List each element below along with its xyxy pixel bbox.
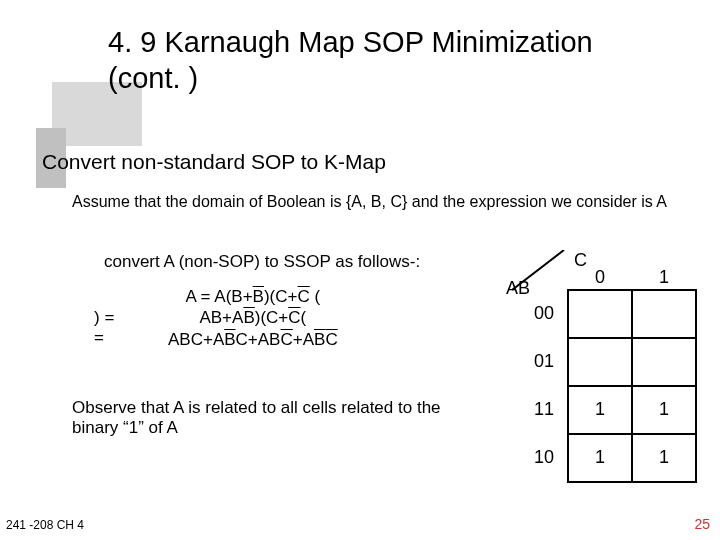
kmap-ab-label: AB	[506, 278, 530, 298]
kmap-cell-10-1: 1	[659, 447, 669, 467]
slide-title: 4. 9 Karnaugh Map SOP Minimization (cont…	[108, 24, 668, 97]
kmap-cell-11-0: 1	[595, 399, 605, 419]
kmap-row-01: 01	[534, 351, 554, 371]
kmap-col-1: 1	[659, 267, 669, 287]
slide-subtitle: Convert non-standard SOP to K-Map	[42, 150, 386, 174]
assume-text: Assume that the domain of Boolean is {A,…	[72, 192, 672, 211]
kmap-diagram: C AB 0 1 00 01 11 10 1 1 1 1	[484, 250, 702, 488]
kmap-row-10: 10	[534, 447, 554, 467]
kmap-col-0: 0	[595, 267, 605, 287]
expansion-right: A = A(B+B)(C+C ( AB+AB)(C+C( ABC+ABC+ABC…	[168, 286, 338, 350]
expansion-left: ) = =	[94, 308, 114, 349]
footer-left: 241 -208 CH 4	[6, 518, 84, 532]
observe-text: Observe that A is related to all cells r…	[72, 398, 452, 439]
convert-line: convert A (non-SOP) to SSOP as follows-:	[104, 252, 420, 272]
kmap-cell-11-1: 1	[659, 399, 669, 419]
kmap-row-11: 11	[534, 399, 554, 419]
page-number: 25	[694, 516, 710, 532]
kmap-c-label: C	[574, 250, 587, 270]
kmap-cell-10-0: 1	[595, 447, 605, 467]
kmap-row-00: 00	[534, 303, 554, 323]
